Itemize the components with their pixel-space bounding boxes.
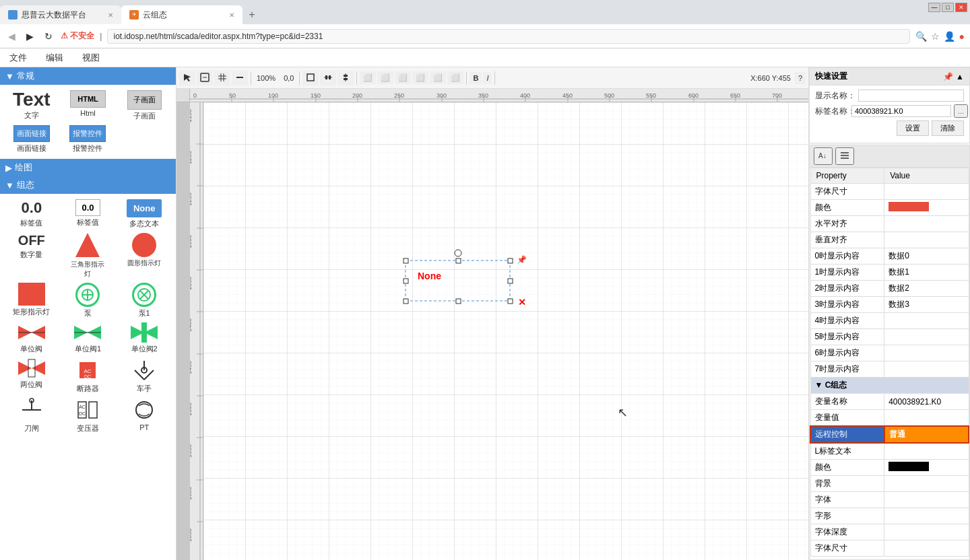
- prop-value-color[interactable]: [884, 200, 969, 216]
- prop-value-background[interactable]: [884, 476, 969, 492]
- browse-tool[interactable]: [197, 71, 213, 85]
- sidebar-item-valve-single[interactable]: 单位阀: [5, 322, 58, 354]
- prop-sort-category[interactable]: [835, 147, 854, 165]
- account-icon[interactable]: 👤: [944, 31, 955, 42]
- sidebar-item-breaker[interactable]: AC DC 断路器: [62, 358, 115, 394]
- italic-tool[interactable]: I: [483, 72, 492, 84]
- prop-value-label-color[interactable]: [884, 460, 969, 476]
- distribute-h-tool[interactable]: [320, 71, 336, 85]
- grid-tool[interactable]: [214, 71, 230, 85]
- distribute-v-tool[interactable]: [337, 71, 354, 85]
- section-normal[interactable]: ▼ 常规: [0, 67, 176, 85]
- sidebar-item-rect-lamp[interactable]: 矩形指示灯: [5, 283, 58, 318]
- prop-value-state5[interactable]: [884, 329, 969, 345]
- qs-tag-name-input[interactable]: [851, 105, 951, 117]
- minus-tool[interactable]: [232, 71, 248, 85]
- refresh-button[interactable]: ↻: [42, 30, 55, 43]
- align-right-tool[interactable]: ⬜: [395, 71, 411, 84]
- sidebar-item-alarm[interactable]: 报警控件 报警控件: [62, 125, 115, 153]
- prop-value-state7[interactable]: [884, 361, 969, 378]
- address-bar[interactable]: iot.idosp.net/html/scada/editor.aspx.htm…: [107, 29, 909, 44]
- maximize-button[interactable]: □: [942, 3, 954, 12]
- prop-value-label-text[interactable]: [884, 443, 969, 460]
- prop-row-font-style: 字形: [810, 508, 969, 524]
- qs-pin-icon[interactable]: 📌: [943, 72, 953, 81]
- sidebar-item-tri-lamp[interactable]: 三角形指示灯: [62, 233, 115, 279]
- prop-value-remote-ctrl[interactable]: 普通: [884, 426, 969, 443]
- sidebar-item-html[interactable]: HTML Html: [62, 90, 115, 121]
- prop-value-var-value[interactable]: [884, 410, 969, 427]
- tab1-close[interactable]: ✕: [108, 11, 113, 19]
- valve-single1-label: 单位阀1: [75, 344, 101, 354]
- prop-value-font[interactable]: [884, 492, 969, 508]
- sidebar-item-num-box[interactable]: 0.0 标签值: [62, 199, 115, 229]
- prop-value-state3[interactable]: 数据3: [884, 297, 969, 313]
- sidebar-item-valve-two[interactable]: 两位阀: [5, 358, 58, 394]
- sidebar-item-valve-single2[interactable]: 单位阀2: [118, 322, 170, 354]
- prop-value-state2[interactable]: 数据2: [884, 281, 969, 297]
- sidebar-item-circle-lamp[interactable]: 圆形指示灯: [118, 233, 170, 279]
- prop-value-state1[interactable]: 数据1: [884, 265, 969, 281]
- minimize-button[interactable]: —: [928, 3, 940, 12]
- prop-value-var-name[interactable]: 400038921.K0: [884, 394, 969, 410]
- sidebar-item-pt[interactable]: PT: [118, 398, 170, 433]
- sidebar-item-scene[interactable]: 画面链接 画面链接: [5, 125, 58, 153]
- sidebar-item-valve-single1[interactable]: 单位阀1: [62, 322, 115, 354]
- back-button[interactable]: ◀: [5, 30, 18, 43]
- star-icon[interactable]: ☆: [931, 31, 940, 42]
- sidebar-item-multi-state[interactable]: None 多态文本: [118, 199, 170, 229]
- section-draw[interactable]: ▶ 绘图: [0, 159, 176, 176]
- qs-display-name-input[interactable]: [858, 90, 964, 102]
- prop-value-state4[interactable]: [884, 313, 969, 329]
- menu-edit[interactable]: 编辑: [42, 50, 67, 65]
- qs-more-button[interactable]: ...: [954, 104, 968, 118]
- sidebar-item-transformer[interactable]: AC DC 变压器: [62, 398, 115, 433]
- prop-value-state0[interactable]: 数据0: [884, 248, 969, 265]
- prop-value-state6[interactable]: [884, 345, 969, 361]
- sidebar-item-pump1[interactable]: 泵1: [118, 283, 170, 318]
- sidebar-item-knife[interactable]: 刀闸: [5, 398, 58, 433]
- align-left-tool[interactable]: ⬜: [360, 71, 376, 84]
- sidebar-item-off[interactable]: OFF 数字量: [5, 233, 58, 279]
- prop-value-font-size2[interactable]: [884, 540, 969, 557]
- tab-1[interactable]: 思普云大数据平台 ✕: [0, 5, 121, 24]
- forward-button[interactable]: ▶: [24, 30, 36, 43]
- tab2-close[interactable]: ✕: [229, 11, 234, 19]
- search-icon[interactable]: 🔍: [915, 31, 927, 42]
- canvas-element-none[interactable]: ✕ 📌 None: [392, 250, 527, 318]
- transformer-label: 变压器: [77, 423, 99, 433]
- bold-tool[interactable]: B: [470, 72, 482, 84]
- prop-value-font-style[interactable]: [884, 508, 969, 524]
- help-btn[interactable]: ?: [795, 72, 806, 84]
- new-tab-button[interactable]: +: [243, 5, 261, 24]
- tab-2[interactable]: ✈ 云组态 ✕: [121, 5, 243, 24]
- prop-value-h-align[interactable]: [884, 216, 969, 232]
- close-button[interactable]: ✕: [955, 3, 967, 12]
- menu-view[interactable]: 视图: [78, 50, 104, 65]
- prop-sort-alpha[interactable]: A↓: [814, 147, 833, 165]
- prop-section-cstate[interactable]: ▼ C组态: [810, 378, 969, 394]
- sidebar-item-hand[interactable]: 车手: [118, 358, 170, 394]
- square-tool[interactable]: [302, 71, 319, 85]
- multi-state-icon: None: [127, 199, 162, 217]
- prop-value-font-depth[interactable]: [884, 524, 969, 540]
- sidebar-item-num-display[interactable]: 0.0 标签值: [5, 199, 58, 229]
- align-middle-tool[interactable]: ⬜: [430, 71, 446, 84]
- sidebar-item-subview[interactable]: 子画面 子画面: [118, 90, 170, 121]
- align-center-tool[interactable]: ⬜: [377, 71, 393, 84]
- section-state[interactable]: ▼ 组态: [0, 176, 176, 194]
- sidebar-item-text[interactable]: Text 文字: [5, 90, 58, 121]
- sidebar-item-pump[interactable]: 泵: [62, 283, 115, 318]
- qs-expand-icon[interactable]: ▲: [956, 72, 964, 81]
- extension-icon[interactable]: ●: [959, 31, 965, 42]
- prop-value-v-align[interactable]: [884, 232, 969, 248]
- canvas-drawing-area[interactable]: ✕ 📌 None ↖: [203, 102, 808, 560]
- align-bottom-tool[interactable]: ⬜: [447, 71, 463, 84]
- prop-value-font-size[interactable]: [884, 184, 969, 200]
- prop-row-remote-ctrl[interactable]: 远程控制 普通: [810, 426, 969, 443]
- align-top-tool[interactable]: ⬜: [412, 71, 428, 84]
- qs-set-button[interactable]: 设置: [897, 120, 929, 136]
- menu-file[interactable]: 文件: [5, 50, 31, 65]
- select-tool[interactable]: [179, 71, 195, 85]
- qs-clear-button[interactable]: 清除: [932, 120, 964, 136]
